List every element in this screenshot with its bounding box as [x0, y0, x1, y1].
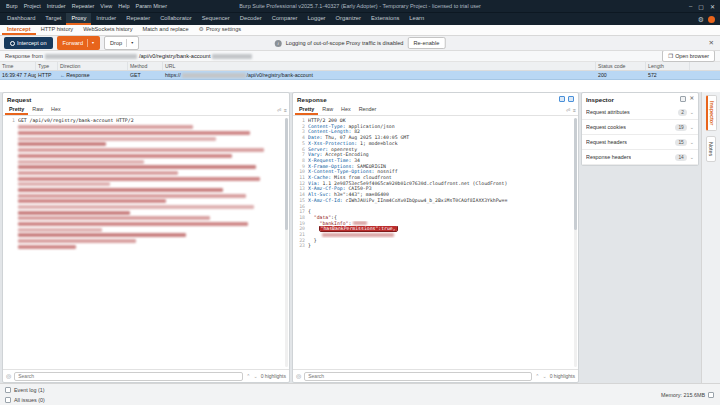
tab-proxy[interactable]: Proxy	[66, 13, 91, 25]
search-options-icon[interactable]: ◎	[296, 373, 301, 379]
scrollbar-thumb[interactable]	[285, 118, 288, 230]
scrollbar-thumb[interactable]	[574, 118, 577, 230]
request-panel: Request PrettyRawHex ⏎ ≡ 1GET /api/v0/re…	[2, 92, 290, 383]
redacted-line	[18, 205, 254, 209]
section-label: Response headers	[586, 154, 631, 160]
redacted-line	[18, 188, 223, 192]
window-controls: – ▢ ✕	[689, 3, 717, 10]
menu-help[interactable]: Help	[115, 2, 132, 10]
subtab-http-history[interactable]: HTTP history	[36, 25, 79, 35]
inspector-section-request-cookies[interactable]: Request cookies19⌄	[582, 120, 698, 135]
inspector-panel: Inspector ✕ Request attributes2⌄Request …	[581, 92, 699, 166]
column-header-type[interactable]: Type	[36, 62, 58, 70]
inspector-section-response-headers[interactable]: Response headers14⌄	[582, 150, 698, 165]
table-row[interactable]: 16:39:47 7 Aug 2...HTTP←ResponseGEThttps…	[0, 71, 720, 80]
menu-project[interactable]: Project	[21, 2, 44, 10]
menu-view[interactable]: View	[97, 2, 115, 10]
request-scrollbar[interactable]	[285, 118, 288, 367]
dock-icon[interactable]	[680, 96, 686, 102]
caret-down-icon[interactable]: ▾	[131, 41, 133, 45]
redacted-line	[18, 228, 102, 232]
response-header-icons	[559, 96, 574, 102]
sub-tab-label: Match and replace	[143, 26, 189, 32]
tab-organizer[interactable]: Organizer	[331, 13, 366, 25]
inspector-section-request-attributes[interactable]: Request attributes2⌄	[582, 105, 698, 120]
menu-burp[interactable]: Burp	[3, 2, 21, 10]
response-tab-raw[interactable]: Raw	[318, 105, 337, 115]
next-match-icon[interactable]: ⌄	[254, 374, 258, 379]
banner-close-icon[interactable]: ✕	[707, 39, 716, 47]
tab-target[interactable]: Target	[40, 13, 66, 25]
response-from-path: /api/v0/registry/bank-account	[139, 53, 211, 59]
subtab-websockets-history[interactable]: WebSockets history	[78, 25, 137, 35]
section-count-badge: 19	[675, 124, 686, 131]
request-body[interactable]: 1GET /api/v0/registry/bank-account HTTP/…	[3, 116, 289, 369]
tab-learn[interactable]: Learn	[404, 13, 429, 25]
open-browser-button[interactable]: ❐ Open browser	[662, 50, 715, 62]
layout-columns-icon[interactable]	[559, 96, 565, 102]
close-button[interactable]: ✕	[710, 3, 715, 10]
editor-menu-icon[interactable]: ≡	[284, 107, 287, 113]
tab-comparer[interactable]: Comparer	[267, 13, 303, 25]
column-header-direction[interactable]: Direction	[58, 62, 128, 70]
subtab-match-and-replace[interactable]: Match and replace	[138, 25, 194, 35]
table-empty-area	[0, 80, 720, 92]
event-log-button[interactable]: Event log (1)	[14, 387, 45, 393]
search-options-icon[interactable]: ◎	[6, 373, 11, 379]
request-tab-pretty[interactable]: Pretty	[5, 105, 28, 115]
caret-down-icon[interactable]: ▾	[92, 41, 94, 45]
sub-tab-label: Intercept	[7, 26, 31, 32]
menu-repeater[interactable]: Repeater	[69, 2, 98, 10]
settings-icon[interactable]: ⚙	[698, 16, 704, 23]
response-tab-pretty[interactable]: Pretty	[295, 105, 318, 115]
column-header-status-code[interactable]: Status code	[596, 62, 646, 70]
tab-sequencer[interactable]: Sequencer	[197, 13, 235, 25]
tab-extensions[interactable]: Extensions	[366, 13, 404, 25]
column-header-length[interactable]: Length	[646, 62, 690, 70]
column-header-time[interactable]: Time	[0, 62, 36, 70]
intercept-toggle-button[interactable]: Intercept on	[4, 37, 53, 49]
response-body[interactable]: 1HTTP/2 200 OK2Content-Type: application…	[293, 116, 578, 369]
request-panel-title: Request	[7, 96, 31, 103]
re-enable-button[interactable]: Re-enable	[407, 37, 445, 49]
tab-logger[interactable]: Logger	[302, 13, 330, 25]
prev-match-icon[interactable]: ⌃	[535, 374, 539, 379]
subtab-intercept[interactable]: Intercept	[2, 25, 36, 35]
burp-ai-icon[interactable]	[708, 16, 715, 23]
tab-repeater[interactable]: Repeater	[121, 13, 155, 25]
tab-dashboard[interactable]: Dashboard	[2, 13, 40, 25]
response-tab-render[interactable]: Render	[355, 105, 381, 115]
next-match-icon[interactable]: ⌄	[543, 374, 547, 379]
prev-match-icon[interactable]: ⌃	[246, 374, 250, 379]
response-tab-hex[interactable]: Hex	[337, 105, 355, 115]
tab-collaborator[interactable]: Collaborator	[155, 13, 197, 25]
request-search-input[interactable]	[14, 372, 243, 381]
side-tab-inspector[interactable]: Inspector	[706, 95, 717, 131]
editor-menu-icon[interactable]: ≡	[573, 107, 576, 113]
inspector-section-request-headers[interactable]: Request headers15⌄	[582, 135, 698, 150]
column-header-url[interactable]: URL	[163, 62, 596, 70]
close-inspector-icon[interactable]: ✕	[689, 96, 694, 102]
menu-param-miner[interactable]: Param Miner	[133, 2, 170, 10]
maximize-button[interactable]: ▢	[698, 3, 704, 10]
gc-icon[interactable]	[708, 392, 714, 398]
side-tab-notes[interactable]: Notes	[706, 136, 716, 162]
minimize-button[interactable]: –	[689, 3, 692, 9]
tab-intruder[interactable]: Intruder	[91, 13, 121, 25]
column-header-method[interactable]: Method	[128, 62, 163, 70]
wrap-icon[interactable]: ⏎	[277, 107, 281, 113]
response-search-input[interactable]	[304, 372, 532, 381]
wrap-icon[interactable]: ⏎	[566, 107, 570, 113]
tab-decoder[interactable]: Decoder	[235, 13, 267, 25]
request-tab-hex[interactable]: Hex	[47, 105, 65, 115]
layout-rows-icon[interactable]	[568, 96, 574, 102]
subtab-proxy-settings[interactable]: ⚙Proxy settings	[194, 25, 247, 35]
menu-bar: BurpProjectIntruderRepeaterViewHelpParam…	[3, 2, 170, 10]
forward-button[interactable]: Forward ▾	[57, 36, 101, 50]
response-scrollbar[interactable]	[574, 118, 577, 367]
drop-button[interactable]: Drop ▾	[104, 36, 139, 50]
all-issues-button[interactable]: All issues (0)	[14, 397, 45, 403]
menu-intruder[interactable]: Intruder	[44, 2, 69, 10]
redacted-line	[18, 142, 106, 146]
request-tab-raw[interactable]: Raw	[28, 105, 47, 115]
